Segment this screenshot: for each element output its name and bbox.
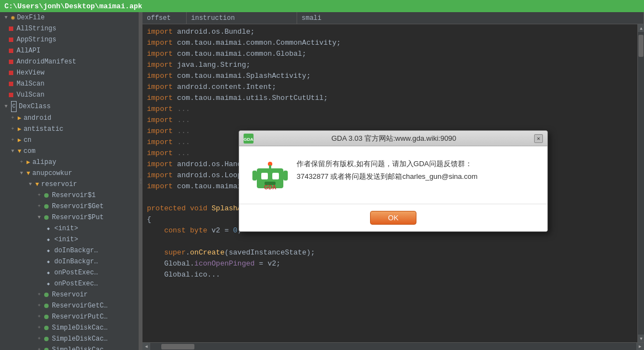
- expand-icon: +: [9, 125, 17, 133]
- expand-icon: +: [35, 302, 43, 310]
- sidebar-item-doinbackgr2[interactable]: ⬥ doInBackgr…: [0, 256, 139, 267]
- sidebar-label-reservoirgetc: ReservoirGetC…: [52, 301, 108, 311]
- ok-button[interactable]: OK: [370, 211, 417, 225]
- scroll-left-arrow[interactable]: ◀: [142, 343, 150, 351]
- sidebar-item-reservoirput[interactable]: ▼ Reservoir$Put: [0, 212, 139, 223]
- sidebar-item-allstrings[interactable]: AllStrings: [0, 23, 139, 34]
- expand-icon: +: [35, 346, 43, 350]
- code-line: Global.ico...: [142, 269, 637, 280]
- sidebar-label-malscan: MalScan: [17, 79, 44, 89]
- sidebar-label-com: com: [24, 146, 36, 156]
- sidebar-item-dexclass[interactable]: ▼ C DexClass: [0, 100, 139, 113]
- bottom-scrollbar[interactable]: ◀ ▶: [142, 342, 644, 350]
- sidebar-item-hexview[interactable]: HexView: [0, 67, 139, 78]
- scroll-down-arrow[interactable]: ▼: [638, 335, 644, 342]
- sidebar-label-vulscan: VulScan: [17, 90, 44, 100]
- code-line: import java.lang.String;: [142, 60, 637, 71]
- modal-line2: 37432877 或者将问题发送到邮箱charles_gun@sina.com: [297, 170, 534, 183]
- code-line: import com.taou.maimai.common.CommonActi…: [142, 38, 637, 49]
- scroll-track-vertical[interactable]: [638, 32, 644, 335]
- expand-icon: +: [35, 192, 43, 199]
- sidebar-item-reservoirget[interactable]: + Reservoir$Get: [0, 201, 139, 212]
- scroll-thumb-horizontal[interactable]: [161, 344, 194, 349]
- sidebar-label-init1: ⬥ <init>: [46, 224, 78, 234]
- modal-close-button[interactable]: ✕: [534, 134, 543, 143]
- modal-line1: 作者保留所有版权,如有问题，请加入GDA问题反馈群：: [297, 157, 534, 170]
- title-bar: C:\Users\jonh\Desktop\maimai.apk: [0, 0, 644, 12]
- sidebar-item-com[interactable]: ▼ ▼ com: [0, 146, 139, 157]
- sidebar-label-onpostexec2: ⬥ onPostExec…: [46, 279, 98, 289]
- sidebar-item-dexfile[interactable]: ▼ ◉ DexFile: [0, 12, 139, 23]
- sidebar-item-simplediskcac2[interactable]: + SimpleDiskCac…: [0, 333, 139, 344]
- sidebar-item-android[interactable]: + ▶ android: [0, 113, 139, 124]
- folder-icon: ▼: [27, 168, 30, 178]
- sidebar-item-reservoirputc[interactable]: + ReservoirPutC…: [0, 311, 139, 322]
- col-smali-label: smali: [302, 14, 321, 22]
- sidebar-item-reservoir-folder[interactable]: ▼ ▼ reservoir: [0, 179, 139, 190]
- sidebar-item-anupcowkur[interactable]: ▼ ▼ anupcowkur: [0, 168, 139, 179]
- sidebar-item-alipay[interactable]: + ▶ alipay: [0, 157, 139, 168]
- sidebar-item-allapi[interactable]: AllAPI: [0, 45, 139, 56]
- svg-rect-7: [269, 165, 271, 169]
- sidebar-item-appstrings[interactable]: AppStrings: [0, 34, 139, 45]
- green-icon: [44, 215, 49, 220]
- sidebar-item-androidmanifest[interactable]: AndroidManifest: [0, 56, 139, 67]
- sidebar-label-cn: cn: [24, 135, 31, 145]
- right-scrollbar[interactable]: ▲ ▼: [637, 24, 644, 342]
- scroll-right-arrow[interactable]: ▶: [636, 343, 644, 351]
- col-offset-label: offset: [147, 14, 171, 22]
- modal-title: GDA 3.03 官方网站:www.gda.wiki:9090: [258, 134, 530, 144]
- sidebar-item-cn[interactable]: + ▶ cn: [0, 135, 139, 146]
- sidebar-item-doinbackgr1[interactable]: ⬥ doInBackgr…: [0, 245, 139, 256]
- sidebar-item-antistatic[interactable]: + ▶ antistatic: [0, 124, 139, 135]
- expand-dexclass-icon: ▼: [2, 103, 10, 110]
- code-line: import android.content.Intent;: [142, 82, 637, 93]
- modal-text-content: 作者保留所有版权,如有问题，请加入GDA问题反馈群： 37432877 或者将问…: [297, 157, 534, 183]
- scroll-thumb-vertical[interactable]: [638, 35, 643, 57]
- scroll-track-horizontal[interactable]: [150, 343, 636, 351]
- gda-logo: GDA: [252, 157, 288, 193]
- sidebar-item-init1[interactable]: ⬥ <init>: [0, 223, 139, 234]
- sidebar-label-dexclass: DexClass: [19, 102, 51, 112]
- sidebar-item-malscan[interactable]: MalScan: [0, 78, 139, 89]
- folder-icon: ▶: [18, 135, 22, 145]
- gda-title-icon: GDA: [244, 134, 254, 144]
- sidebar-item-reservoir-main[interactable]: + Reservoir: [0, 289, 139, 300]
- sidebar-item-simplediskcac3[interactable]: + SimpleDiskCac…: [0, 344, 139, 350]
- expand-icon: +: [35, 291, 43, 299]
- red-icon: [9, 82, 13, 86]
- close-icon: ✕: [537, 135, 540, 142]
- sidebar-label-anupcowkur: anupcowkur: [33, 168, 72, 178]
- code-line: import com.taou.maimai.utils.ShortCutUti…: [142, 93, 637, 104]
- code-line: Global.iconOpenPinged = v2;: [142, 258, 637, 269]
- sidebar-item-onpostexec1[interactable]: ⬥ onPostExec…: [0, 267, 139, 278]
- content-area: offset instruction smali import android.…: [142, 12, 644, 350]
- green-icon: [44, 337, 49, 341]
- svg-rect-4: [272, 173, 279, 179]
- sidebar-label-init2: ⬥ <init>: [46, 235, 78, 245]
- sidebar-label-allapi: AllAPI: [17, 46, 40, 56]
- sidebar-label-simplediskcac3: SimpleDiskCac…: [52, 345, 108, 350]
- column-headers: offset instruction smali: [142, 12, 644, 24]
- sidebar-label-reservoir-folder: reservoir: [41, 179, 77, 189]
- sidebar-item-vulscan[interactable]: VulScan: [0, 89, 139, 100]
- sidebar-item-init2[interactable]: ⬥ <init>: [0, 234, 139, 245]
- sidebar-label-onpostexec1: ⬥ onPostExec…: [46, 268, 98, 278]
- sidebar-item-simplediskcac1[interactable]: + SimpleDiskCac…: [0, 322, 139, 333]
- code-line: import ...: [142, 115, 637, 126]
- sidebar-label-allstrings: AllStrings: [17, 24, 56, 34]
- sidebar-item-onpostexec2[interactable]: ⬥ onPostExec…: [0, 278, 139, 289]
- expand-icon: ▼: [27, 181, 34, 188]
- sidebar-item-reservoir1[interactable]: + Reservoir$1: [0, 190, 139, 201]
- sidebar-label-reservoirget: Reservoir$Get: [52, 201, 104, 211]
- red-icon: [9, 49, 13, 53]
- code-line: import com.taou.maimai.common.Global;: [142, 49, 637, 60]
- green-icon: [44, 304, 49, 308]
- col-header-smali: smali: [297, 12, 644, 24]
- scroll-up-arrow[interactable]: ▲: [638, 24, 644, 32]
- folder-icon: ▶: [18, 124, 22, 134]
- sidebar-label-androidmanifest: AndroidManifest: [17, 57, 76, 67]
- green-icon: [44, 315, 49, 319]
- sidebar-item-reservoirgetc[interactable]: + ReservoirGetC…: [0, 300, 139, 311]
- red-icon: [9, 38, 13, 42]
